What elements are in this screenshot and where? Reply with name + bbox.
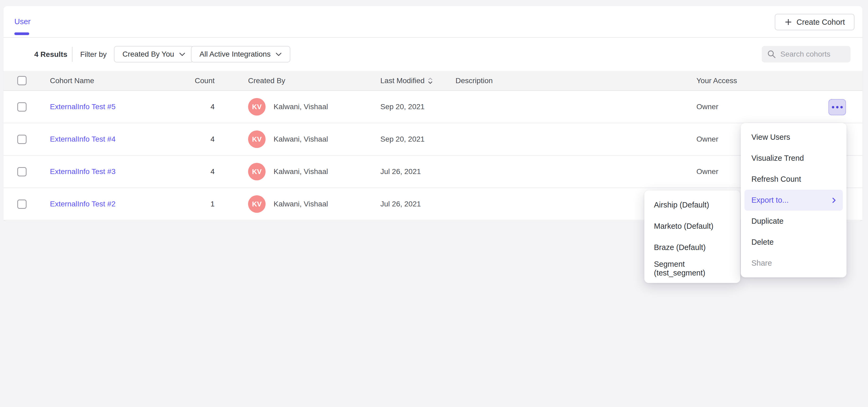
cohort-name-link[interactable]: ExternalInfo Test #2 <box>50 200 116 208</box>
row-actions-button[interactable] <box>829 99 846 115</box>
search-cohorts-box <box>762 46 850 62</box>
col-header-count: Count <box>169 76 215 85</box>
row-checkbox[interactable] <box>17 102 27 112</box>
last-modified-date: Jul 26, 2021 <box>380 167 456 176</box>
results-count: 4 Results <box>34 50 67 59</box>
avatar: KV <box>248 163 266 180</box>
last-modified-label: Last Modified <box>380 76 425 85</box>
menu-item-label: Marketo (Default) <box>654 222 713 230</box>
row-checkbox[interactable] <box>17 199 27 209</box>
menu-item-refresh-count[interactable]: Refresh Count <box>744 169 843 190</box>
col-header-description: Description <box>456 76 696 85</box>
last-modified-date: Jul 26, 2021 <box>380 200 456 208</box>
create-cohort-button[interactable]: Create Cohort <box>775 14 855 30</box>
col-header-your-access: Your Access <box>696 76 862 85</box>
created-by-dropdown-value: Created By You <box>122 50 174 58</box>
integrations-dropdown[interactable]: All Active Integrations <box>191 46 290 62</box>
tab-bar: User Create Cohort <box>3 6 862 38</box>
menu-item-label: Duplicate <box>751 217 783 225</box>
cohort-name-link[interactable]: ExternalInfo Test #4 <box>50 135 116 143</box>
export-submenu: Airship (Default) Marketo (Default) Braz… <box>644 190 740 283</box>
avatar: KV <box>248 130 266 148</box>
creator-name: Kalwani, Vishaal <box>274 102 328 111</box>
submenu-item-marketo[interactable]: Marketo (Default) <box>648 215 737 237</box>
menu-item-visualize-trend[interactable]: Visualize Trend <box>744 148 843 169</box>
menu-item-label: Segment (test_segment) <box>654 260 731 277</box>
menu-item-label: Export to... <box>751 196 788 205</box>
submenu-item-braze[interactable]: Braze (Default) <box>648 237 737 258</box>
filter-by-label: Filter by <box>80 50 107 59</box>
created-by-dropdown[interactable]: Created By You <box>114 46 194 62</box>
menu-item-label: Share <box>751 259 772 268</box>
chevron-right-icon <box>832 197 836 204</box>
ellipsis-icon <box>832 106 834 108</box>
create-cohort-label: Create Cohort <box>797 18 845 27</box>
menu-item-view-users[interactable]: View Users <box>744 127 843 148</box>
toolbar: 4 Results Filter by Created By You All A… <box>3 38 862 71</box>
col-header-last-modified[interactable]: Last Modified <box>380 76 456 85</box>
select-all-checkbox[interactable] <box>17 76 27 85</box>
table-row: ExternalInfo Test #5 4 KV Kalwani, Visha… <box>3 91 862 123</box>
chevron-down-icon <box>179 52 185 56</box>
cohort-name-link[interactable]: ExternalInfo Test #3 <box>50 167 116 176</box>
menu-item-delete[interactable]: Delete <box>744 232 843 253</box>
last-modified-date: Sep 20, 2021 <box>380 135 456 144</box>
creator-name: Kalwani, Vishaal <box>274 167 328 176</box>
plus-icon <box>784 18 792 26</box>
cohorts-card: User Create Cohort 4 Results Filter by C… <box>3 6 862 221</box>
search-icon <box>767 50 776 59</box>
creator-name: Kalwani, Vishaal <box>274 200 328 208</box>
sort-icon <box>428 77 433 84</box>
row-checkbox[interactable] <box>17 135 27 144</box>
creator-name: Kalwani, Vishaal <box>274 135 328 144</box>
menu-item-label: Airship (Default) <box>654 200 709 209</box>
menu-item-duplicate[interactable]: Duplicate <box>744 211 843 232</box>
search-cohorts-input[interactable] <box>780 50 845 58</box>
menu-item-label: Refresh Count <box>751 175 801 184</box>
menu-item-export-to[interactable]: Export to... <box>744 190 843 211</box>
submenu-item-segment[interactable]: Segment (test_segment) <box>648 258 737 279</box>
last-modified-date: Sep 20, 2021 <box>380 102 456 111</box>
tab-user-label: User <box>14 17 31 26</box>
cohort-name-link[interactable]: ExternalInfo Test #5 <box>50 102 116 111</box>
table-row: ExternalInfo Test #3 4 KV Kalwani, Visha… <box>3 156 862 188</box>
menu-item-label: Braze (Default) <box>654 243 706 252</box>
integrations-dropdown-value: All Active Integrations <box>199 50 271 58</box>
row-checkbox[interactable] <box>17 167 27 177</box>
cohort-count: 1 <box>169 200 215 208</box>
row-context-menu: View Users Visualize Trend Refresh Count… <box>741 123 846 277</box>
active-tab-underline <box>14 32 29 35</box>
avatar: KV <box>248 98 266 116</box>
toolbar-divider <box>72 47 72 62</box>
table-header-row: Cohort Name Count Created By Last Modifi… <box>3 71 862 91</box>
avatar: KV <box>248 195 266 213</box>
submenu-item-airship[interactable]: Airship (Default) <box>648 194 737 215</box>
table-row: ExternalInfo Test #4 4 KV Kalwani, Visha… <box>3 123 862 156</box>
col-header-cohort-name: Cohort Name <box>50 76 169 85</box>
menu-item-label: View Users <box>751 133 790 142</box>
cohort-count: 4 <box>169 102 215 111</box>
chevron-down-icon <box>275 52 282 56</box>
cohort-count: 4 <box>169 167 215 176</box>
menu-item-share: Share <box>744 253 843 274</box>
menu-item-label: Visualize Trend <box>751 154 804 163</box>
menu-item-label: Delete <box>751 238 774 247</box>
cohort-count: 4 <box>169 135 215 144</box>
col-header-created-by: Created By <box>215 76 380 85</box>
